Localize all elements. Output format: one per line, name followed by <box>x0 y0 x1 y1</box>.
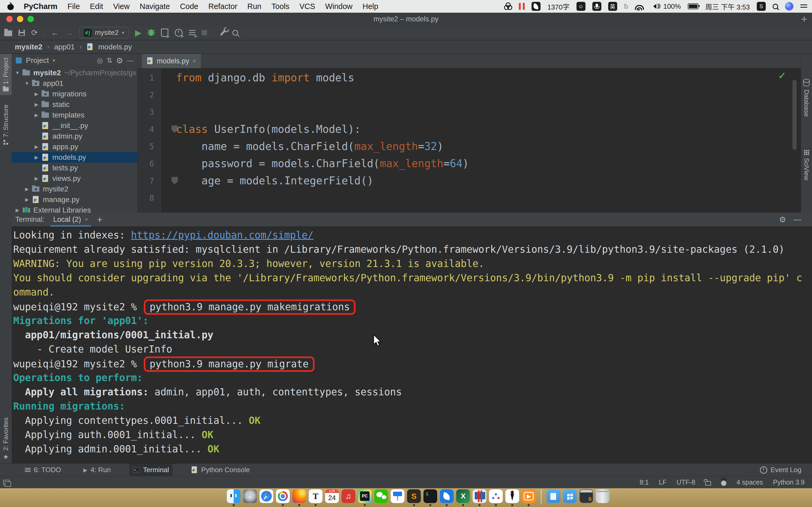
code-line-7[interactable]: age = models.IntegerField() <box>176 172 469 189</box>
python-interpreter[interactable]: Python 3.9 <box>773 478 805 486</box>
chevron-down-icon[interactable] <box>13 70 22 76</box>
menu-tools[interactable]: Tools <box>271 2 290 11</box>
chevron-right-icon[interactable] <box>32 102 41 108</box>
inspections-ok-check-icon[interactable]: ✓ <box>778 70 786 81</box>
dock-pycharm-icon[interactable] <box>358 489 372 503</box>
file-encoding[interactable]: UTF-8 <box>677 478 696 486</box>
tree-row-manage-py[interactable]: manage.py <box>12 194 138 205</box>
line-separator[interactable]: LF <box>659 478 666 486</box>
chevron-right-icon[interactable] <box>22 197 32 203</box>
spotlight-search-icon[interactable] <box>773 4 778 9</box>
wifi-icon[interactable] <box>635 5 644 10</box>
dock-typora-icon[interactable]: T <box>309 489 322 503</box>
caret-position[interactable]: 8:1 <box>640 478 649 486</box>
dock-sublime-text-icon[interactable]: S <box>407 489 421 503</box>
battery-icon[interactable] <box>688 3 698 9</box>
tab-models-py[interactable]: models.py × <box>142 54 201 68</box>
sidebar-tab-favorites[interactable]: 2: Favorites ★ <box>0 414 12 463</box>
menu-code[interactable]: Code <box>180 2 198 11</box>
menu-refactor[interactable]: Refactor <box>208 2 237 11</box>
code-editor[interactable]: from django.db import models class UserI… <box>138 68 801 213</box>
menu-help[interactable]: Help <box>363 2 378 11</box>
volume-icon[interactable] <box>651 4 656 9</box>
dock-netease-music-icon[interactable]: ♫ <box>342 489 355 503</box>
readonly-lock-icon[interactable] <box>705 481 711 486</box>
plus-icon[interactable]: + <box>801 14 807 24</box>
code-line-4[interactable]: class UserInfo(models.Model): <box>176 121 469 138</box>
dock-dingtalk-icon[interactable] <box>440 489 454 503</box>
dock-parallels-icon[interactable] <box>473 489 486 503</box>
tree-row-migrations[interactable]: migrations <box>12 89 138 99</box>
dingtalk-status-icon[interactable] <box>531 2 541 11</box>
indent-setting[interactable]: 4 spaces <box>737 478 763 486</box>
search-everywhere-icon[interactable] <box>232 30 238 36</box>
project-panel-title[interactable]: Project <box>26 56 49 65</box>
apple-menu-icon[interactable] <box>7 3 14 10</box>
run-with-coverage-button[interactable] <box>161 29 168 37</box>
menu-edit[interactable]: Edit <box>90 2 103 11</box>
open-file-icon[interactable] <box>4 31 12 36</box>
dock-trash-icon[interactable] <box>596 489 610 503</box>
run-button[interactable]: ▶ <box>135 28 142 38</box>
sync-refresh-icon[interactable]: ⟳ <box>31 29 38 37</box>
collapse-all-icon[interactable]: ⇅ <box>106 57 112 65</box>
terminal-label[interactable]: Terminal: <box>15 216 44 224</box>
dock-terminal-window-icon[interactable] <box>579 489 593 503</box>
chevron-down-icon[interactable]: ▾ <box>53 58 55 63</box>
dock-launchpad-icon[interactable] <box>243 489 257 503</box>
code-line-5[interactable]: name = models.CharField(max_length=32) <box>176 138 469 155</box>
sidebar-tab-project[interactable]: 1: Project <box>0 54 12 95</box>
menu-file[interactable]: File <box>67 2 80 11</box>
terminal-output[interactable]: Looking in indexes: https://pypi.douban.… <box>12 227 812 463</box>
code-line-3[interactable] <box>176 104 469 121</box>
dock-folder-documents-icon[interactable] <box>547 489 560 503</box>
forward-icon[interactable]: → <box>65 29 73 37</box>
tree-row-views-py[interactable]: views.py <box>12 173 138 184</box>
input-language-icon[interactable]: 英 <box>608 2 617 11</box>
dock-safari-icon[interactable] <box>260 489 273 503</box>
chevron-right-icon[interactable] <box>32 144 41 150</box>
tree-row-admin-py[interactable]: admin.py <box>12 131 138 142</box>
sidebar-tab-sciview[interactable]: SciView <box>801 137 812 193</box>
chevron-right-icon[interactable] <box>22 186 32 192</box>
tree-row-init-py[interactable]: __init__.py <box>12 120 138 131</box>
dock-chrome-icon[interactable] <box>276 489 290 503</box>
terminal-settings-gear-icon[interactable]: ⚙ <box>779 215 786 224</box>
menu-view[interactable]: View <box>113 2 130 11</box>
sidebar-tab-structure[interactable]: 7: Structure <box>0 101 12 149</box>
menu-bar-clock[interactable]: 周三 下午 3:53 <box>705 2 750 11</box>
terminal-tab-local[interactable]: Local (2) × <box>52 213 90 227</box>
dock-finder-icon[interactable] <box>227 489 241 503</box>
toolwindow-python-console[interactable]: Python Console <box>188 464 253 476</box>
save-all-icon[interactable] <box>18 30 25 36</box>
code-line-8[interactable] <box>176 189 469 207</box>
dock-terminal-icon[interactable]: $ <box>423 489 437 503</box>
app-menu-pycharm[interactable]: PyCharm <box>24 2 57 11</box>
code-line-2[interactable] <box>176 87 469 104</box>
locate-file-icon[interactable]: ◎ <box>97 57 103 65</box>
word-count-status[interactable]: 1370字 <box>547 2 570 11</box>
editor-scrollbar[interactable] <box>793 80 797 150</box>
menu-navigate[interactable]: Navigate <box>140 2 170 11</box>
run-configuration-selector[interactable]: dj mysite2 ▾ <box>79 27 129 38</box>
bluetooth-icon[interactable]: ƀ <box>624 2 628 11</box>
sidebar-tab-database[interactable]: Database <box>801 66 812 129</box>
chevron-right-icon[interactable] <box>13 207 22 213</box>
tree-row-app01[interactable]: app01 <box>12 78 138 89</box>
close-tab-icon[interactable]: × <box>192 57 196 65</box>
parallels-pause-icon[interactable] <box>519 3 525 10</box>
menu-run[interactable]: Run <box>247 2 261 11</box>
breadcrumb-file[interactable]: models.py <box>98 43 132 51</box>
toolwindow-run[interactable]: ▶ 4: Run <box>80 464 114 476</box>
menu-vcs[interactable]: VCS <box>300 2 315 11</box>
code-line-1[interactable]: from django.db import models <box>176 69 469 87</box>
dock-tie-app-icon[interactable] <box>505 489 519 503</box>
chevron-right-icon[interactable] <box>32 112 41 118</box>
pypi-index-link[interactable]: https://pypi.douban.com/simple/ <box>131 229 314 241</box>
toolwindow-event-log[interactable]: Event Log <box>760 466 801 474</box>
dock-calendar-icon[interactable]: 11月 24 <box>325 489 339 503</box>
toolwindow-toggle-icon[interactable] <box>3 480 9 485</box>
emoji-input-icon[interactable]: ☺ <box>576 2 586 11</box>
stop-button[interactable] <box>202 30 207 36</box>
chevron-right-icon[interactable] <box>32 176 41 181</box>
